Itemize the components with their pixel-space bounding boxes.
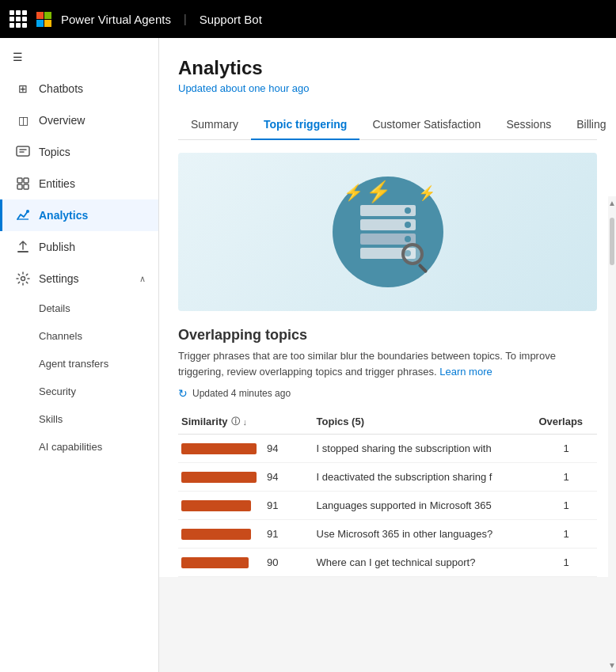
- tab-sessions[interactable]: Sessions: [493, 110, 564, 140]
- similarity-bar: [181, 443, 257, 454]
- svg-rect-7: [17, 251, 29, 252]
- sidebar-label-topics: Topics: [39, 146, 70, 158]
- sidebar-item-topics[interactable]: Topics: [0, 136, 158, 168]
- topic-name[interactable]: I stopped sharing the subscription with: [314, 435, 536, 463]
- sidebar-item-analytics[interactable]: Analytics: [0, 199, 158, 231]
- overlap-count: 1: [535, 520, 597, 549]
- table-row[interactable]: 91 Use Microsoft 365 in other languages?…: [178, 520, 597, 549]
- similarity-info-icon[interactable]: ⓘ: [231, 416, 240, 427]
- settings-icon: [15, 271, 31, 287]
- th-overlaps: Overlaps: [535, 409, 597, 435]
- overlap-count: 1: [535, 492, 597, 520]
- publish-icon: [15, 239, 31, 255]
- bot-name: Support Bot: [200, 13, 262, 26]
- sidebar-label-chatbots: Chatbots: [39, 82, 83, 95]
- overlap-count: 1: [535, 435, 597, 463]
- analytics-icon: [15, 207, 31, 223]
- hamburger-menu[interactable]: ☰: [0, 44, 158, 73]
- app-title: Power Virtual Agents: [61, 13, 171, 26]
- main-wrapper: Analytics Updated about one hour ago Sum…: [159, 38, 616, 672]
- tab-customer-satisfaction[interactable]: Customer Satisfaction: [359, 110, 493, 140]
- overlap-count: 1: [535, 463, 597, 492]
- similarity-value: 91: [267, 528, 286, 540]
- scrollbar-thumb[interactable]: [610, 218, 614, 265]
- similarity-cell: 94: [178, 435, 314, 463]
- topic-name[interactable]: I deactivated the subscription sharing f: [314, 463, 536, 492]
- sidebar-label-analytics: Analytics: [39, 209, 88, 222]
- sidebar-item-details[interactable]: Details: [0, 294, 158, 322]
- sidebar-label-settings: Settings: [39, 272, 79, 285]
- scrollbar[interactable]: ▲ ▼: [608, 196, 616, 672]
- nav-separator: |: [184, 13, 187, 25]
- similarity-value: 91: [267, 499, 286, 511]
- table-row[interactable]: 90 Where can I get technical support?1: [178, 549, 597, 577]
- sidebar-label-details: Details: [39, 302, 70, 314]
- th-topics: Topics (5): [314, 409, 536, 435]
- sidebar-label-entities: Entities: [39, 177, 75, 190]
- svg-rect-0: [17, 146, 29, 156]
- table-updated-row: ↻ Updated 4 minutes ago: [178, 387, 597, 400]
- updated-timestamp: Updated about one hour ago: [178, 82, 597, 94]
- table-row[interactable]: 91 Languages supported in Microsoft 3651: [178, 492, 597, 520]
- similarity-value: 94: [267, 442, 286, 454]
- sidebar-label-publish: Publish: [39, 241, 75, 253]
- scroll-down-arrow[interactable]: ▼: [606, 659, 616, 672]
- lightning-icon-1: ⚡: [344, 183, 363, 202]
- sidebar-item-agent-transfers[interactable]: Agent transfers: [0, 350, 158, 378]
- svg-rect-2: [24, 178, 29, 183]
- lightning-icon-2: ⚡: [366, 180, 391, 204]
- app-launcher-icon[interactable]: [10, 10, 27, 28]
- lightning-icon-3: ⚡: [418, 184, 435, 202]
- table-updated-text: Updated 4 minutes ago: [192, 388, 291, 399]
- sidebar-item-overview[interactable]: ◫ Overview: [0, 104, 158, 136]
- similarity-sort-icon[interactable]: ↓: [243, 417, 248, 427]
- svg-point-8: [21, 277, 25, 281]
- sidebar-item-skills[interactable]: Skills: [0, 405, 158, 433]
- section-title: Overlapping topics: [178, 327, 597, 344]
- similarity-value: 90: [267, 556, 286, 568]
- tab-summary[interactable]: Summary: [178, 110, 251, 140]
- tab-billing[interactable]: Billing: [564, 110, 616, 140]
- svg-point-5: [26, 210, 29, 213]
- topic-name[interactable]: Languages supported in Microsoft 365: [314, 492, 536, 520]
- table-row[interactable]: 94 I deactivated the subscription sharin…: [178, 463, 597, 492]
- section-description: Trigger phrases that are too similar blu…: [178, 348, 597, 379]
- similarity-cell: 91: [178, 520, 314, 549]
- chevron-up-icon: ∧: [139, 274, 146, 284]
- top-nav: Power Virtual Agents | Support Bot: [0, 0, 616, 38]
- topics-icon: [15, 144, 31, 160]
- overlap-count: 1: [535, 549, 597, 577]
- sidebar-item-security[interactable]: Security: [0, 378, 158, 405]
- scroll-up-arrow[interactable]: ▲: [606, 196, 616, 210]
- server-stack-icon: [360, 205, 416, 259]
- sidebar-label-ai-capabilities: AI capabilities: [39, 441, 102, 453]
- sidebar-item-chatbots[interactable]: ⊞ Chatbots: [0, 73, 158, 104]
- sidebar-item-settings[interactable]: Settings ∧: [0, 263, 158, 294]
- th-similarity: Similarity ⓘ ↓: [178, 409, 314, 435]
- similarity-cell: 91: [178, 492, 314, 520]
- sidebar-label-skills: Skills: [39, 413, 63, 425]
- table-row[interactable]: 94 I stopped sharing the subscription wi…: [178, 435, 597, 463]
- sidebar-item-channels[interactable]: Channels: [0, 322, 158, 350]
- sidebar-item-ai-capabilities[interactable]: AI capabilities: [0, 433, 158, 461]
- topic-name[interactable]: Where can I get technical support?: [314, 549, 536, 577]
- microsoft-logo: [36, 12, 51, 27]
- similarity-bar: [181, 557, 249, 568]
- tab-topic-triggering[interactable]: Topic triggering: [251, 110, 360, 140]
- similarity-bar: [181, 500, 251, 511]
- topic-name[interactable]: Use Microsoft 365 in other languages?: [314, 520, 536, 549]
- page-title: Analytics: [178, 57, 597, 79]
- sidebar-item-publish[interactable]: Publish: [0, 231, 158, 263]
- svg-rect-3: [17, 184, 22, 189]
- chatbots-icon: ⊞: [15, 81, 31, 97]
- sidebar-label-overview: Overview: [39, 114, 85, 127]
- similarity-cell: 94: [178, 463, 314, 492]
- learn-more-link[interactable]: Learn more: [439, 366, 492, 378]
- main-content: Analytics Updated about one hour ago Sum…: [159, 38, 616, 577]
- sidebar-item-entities[interactable]: Entities: [0, 168, 158, 199]
- sidebar-label-security: Security: [39, 385, 76, 397]
- similarity-cell: 90: [178, 549, 314, 577]
- analytics-tabs: Summary Topic triggering Customer Satisf…: [178, 110, 597, 140]
- entities-icon: [15, 176, 31, 192]
- similarity-bar: [181, 529, 251, 540]
